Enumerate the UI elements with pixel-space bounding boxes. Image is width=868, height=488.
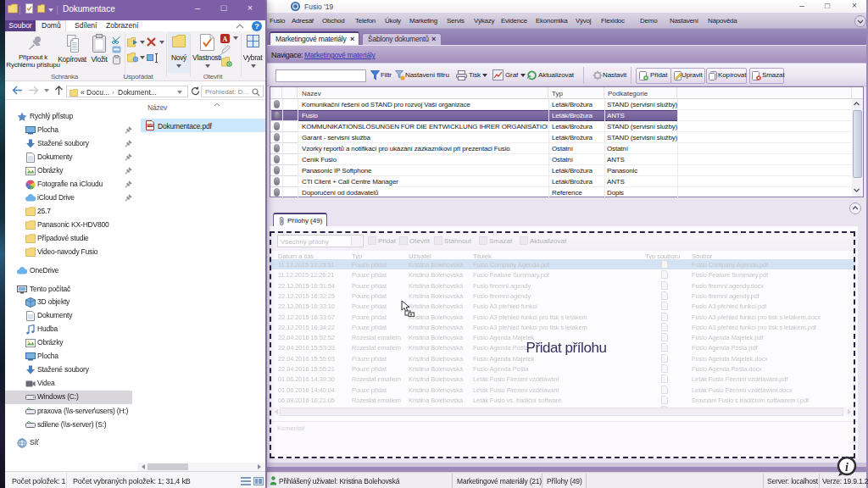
svg-text:?: ? bbox=[254, 22, 259, 30]
svg-text:PDF: PDF bbox=[147, 124, 153, 127]
svg-text:i: i bbox=[845, 461, 849, 474]
svg-text:A: A bbox=[223, 36, 228, 43]
